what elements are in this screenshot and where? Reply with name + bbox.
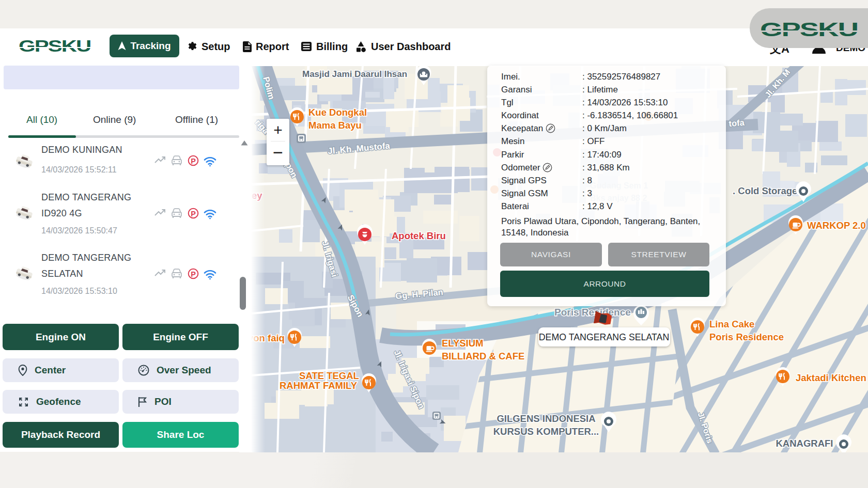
svg-text:Lina Cake: Lina Cake <box>709 319 754 329</box>
svg-text:P: P <box>191 210 196 218</box>
svg-text:GILGENS INDONESIA: GILGENS INDONESIA <box>497 413 595 424</box>
svg-text:tofa: tofa <box>729 118 746 129</box>
svg-text:ELYSIUM: ELYSIUM <box>442 338 484 349</box>
svg-text:GPSKU: GPSKU <box>760 20 858 40</box>
svg-text:RAHMAT FAMILY: RAHMAT FAMILY <box>280 380 358 391</box>
svg-text:Mama Bayu: Mama Bayu <box>308 120 362 131</box>
svg-text:Apotek Biru: Apotek Biru <box>392 230 446 241</box>
svg-text:Masjid Jami Daarul Ihsan: Masjid Jami Daarul Ihsan <box>302 69 407 79</box>
svg-text:. Cold Storage: . Cold Storage <box>733 185 797 196</box>
svg-text:KURSUS KOMPUTER...: KURSUS KOMPUTER... <box>493 426 599 437</box>
svg-text:P: P <box>191 157 196 165</box>
svg-text:BILLIARD & CAFE: BILLIARD & CAFE <box>442 351 524 361</box>
svg-text:Kue Dongkal: Kue Dongkal <box>308 107 367 118</box>
svg-text:SATE TEGAL: SATE TEGAL <box>299 370 359 381</box>
svg-text:Jaktadi Kitchen: Jaktadi Kitchen <box>796 372 866 383</box>
svg-text:P: P <box>191 270 196 278</box>
svg-text:DEMO TANGERANG SELATAN: DEMO TANGERANG SELATAN <box>539 332 670 342</box>
svg-text:KANAGRAFI: KANAGRAFI <box>776 438 833 449</box>
svg-text:Poris Residence: Poris Residence <box>554 307 631 318</box>
svg-text:Poris Residence: Poris Residence <box>709 332 784 342</box>
svg-text:WARKOP 2.0: WARKOP 2.0 <box>807 220 866 231</box>
